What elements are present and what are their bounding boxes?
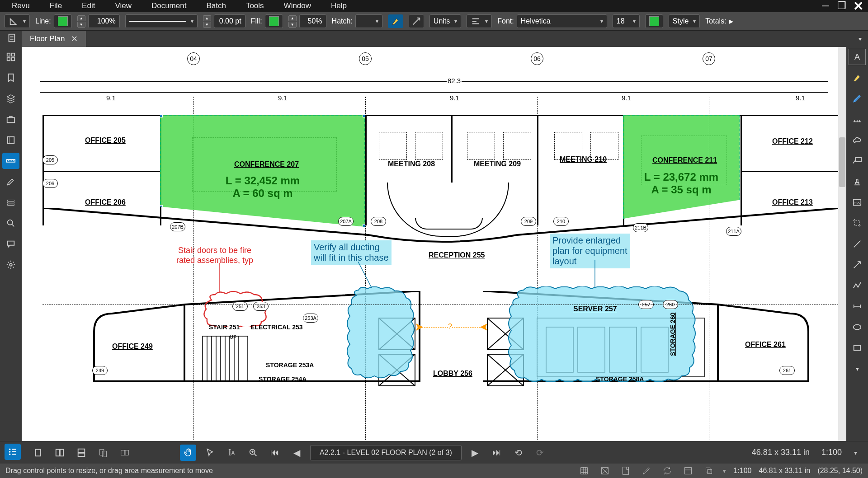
opacity-value[interactable]: 50% (299, 14, 326, 28)
alignment-drop[interactable]: ▾ (467, 14, 492, 28)
panel-settings[interactable] (2, 257, 19, 273)
line-style-drop[interactable]: ▾ (125, 14, 198, 28)
cloud-markup-ducting[interactable] (347, 286, 429, 381)
nav-next-view[interactable]: ⟳ (532, 445, 548, 461)
callout-ducting[interactable]: Verify all ducting will fit in this chas… (311, 240, 392, 265)
window-close-button[interactable]: ✕ (850, 0, 866, 12)
font-size-drop[interactable]: 18▾ (613, 14, 640, 28)
close-tab-button[interactable]: ✕ (71, 34, 78, 44)
menu-view[interactable]: View (105, 0, 142, 11)
thumbnails-toggle[interactable] (5, 31, 19, 45)
panel-thumbnails[interactable] (2, 49, 19, 65)
tool-ellipse[interactable] (849, 319, 866, 335)
menu-bar: Revu File Edit View Document Batch Tools… (0, 0, 868, 12)
status-content-snap[interactable] (619, 465, 632, 477)
tool-highlighter[interactable] (849, 70, 866, 86)
callout-server[interactable]: Provide enlarged plan for equipment layo… (550, 234, 630, 268)
markup-list-toggle[interactable] (5, 444, 21, 460)
furniture (415, 132, 443, 160)
tool-crop[interactable] (849, 215, 866, 231)
view-compare[interactable] (95, 445, 111, 461)
status-sync[interactable] (660, 465, 674, 477)
nav-first[interactable]: ⏮ (267, 445, 283, 461)
svg-line-40 (358, 262, 372, 288)
panel-signatures[interactable] (2, 173, 19, 190)
view-split-v[interactable] (52, 445, 68, 461)
document-tab[interactable]: Floor Plan ✕ (22, 31, 86, 47)
line-color-picker[interactable] (54, 14, 72, 28)
measure-area: A = 35 sq m (624, 183, 739, 196)
view-single[interactable] (30, 445, 46, 461)
units-drop[interactable]: Units▾ (429, 14, 461, 28)
page-indicator[interactable]: A2.2.1 - LEVEL 02 FLOOR PLAN (2 of 3) (310, 445, 462, 460)
panel-toggle-chevron[interactable]: ▾ (852, 31, 868, 47)
window-minimize-button[interactable]: ─ (817, 0, 834, 12)
nav-prev-view[interactable]: ⟲ (510, 445, 527, 461)
tool-rect[interactable] (849, 340, 866, 356)
menu-file[interactable]: File (40, 0, 72, 11)
opacity-stepper[interactable]: ▲▼ (288, 15, 297, 28)
lineweight-value[interactable]: 0.00 pt (214, 14, 245, 28)
tool-pan[interactable] (180, 445, 196, 461)
tool-pen[interactable] (849, 90, 866, 107)
tool-text-select[interactable]: IA (223, 445, 240, 461)
tool-select[interactable] (202, 445, 218, 461)
tool-text[interactable]: A (849, 49, 866, 65)
tool-more[interactable]: ▾ (849, 361, 866, 377)
nav-last[interactable]: ⏭ (489, 445, 505, 461)
totals-more-icon[interactable]: ▸ (729, 16, 733, 26)
tool-callout[interactable] (849, 153, 866, 169)
panel-sets[interactable] (2, 194, 19, 211)
status-scale[interactable]: 1:100 (733, 467, 751, 475)
menu-tools[interactable]: Tools (236, 0, 274, 11)
menu-window[interactable]: Window (274, 0, 321, 11)
tool-polyline[interactable] (849, 277, 866, 294)
status-stack[interactable] (702, 465, 716, 477)
font-color-picker[interactable] (645, 14, 663, 28)
menu-document[interactable]: Document (142, 0, 196, 11)
tool-line-measure[interactable] (849, 111, 866, 127)
menu-help[interactable]: Help (321, 0, 357, 11)
font-name-drop[interactable]: Helvetica▾ (517, 14, 607, 28)
panel-bookmarks[interactable] (2, 70, 19, 86)
tool-cloud[interactable] (849, 132, 866, 148)
panel-search[interactable] (2, 215, 19, 231)
tool-shape-drop[interactable]: ▾ (5, 14, 30, 28)
tool-dimension[interactable] (849, 298, 866, 314)
status-dim[interactable] (681, 465, 695, 477)
vertical-scrollbar[interactable] (838, 47, 846, 441)
tool-arrow[interactable] (849, 257, 866, 273)
zoom-value[interactable]: 100% (88, 14, 120, 28)
panel-properties[interactable] (2, 132, 19, 148)
panel-toolchest[interactable] (2, 111, 19, 127)
tool-image[interactable] (849, 194, 866, 211)
hatch-drop[interactable]: ▾ (355, 14, 382, 28)
split-h-icon (76, 448, 86, 458)
panel-measurements[interactable] (2, 153, 19, 169)
zoom-stepper[interactable]: ▲▼ (77, 15, 85, 28)
nav-prev[interactable]: ◀ (288, 445, 305, 461)
tool-line[interactable] (849, 236, 866, 252)
highlight-toggle[interactable] (388, 14, 403, 28)
lineweight-stepper[interactable]: ▲▼ (203, 15, 211, 28)
line-endings-toggle[interactable] (409, 14, 424, 28)
style-drop[interactable]: Style▾ (669, 14, 700, 28)
status-snap[interactable] (598, 465, 612, 477)
view-split-h[interactable] (73, 445, 90, 461)
callout-stair[interactable]: Stair doors to be fire rated assemblies,… (176, 246, 253, 265)
window-restore-button[interactable]: ❐ (834, 0, 850, 12)
nav-next[interactable]: ▶ (467, 445, 483, 461)
tool-stamp[interactable] (849, 173, 866, 190)
status-grid[interactable] (577, 465, 591, 477)
menu-revu[interactable]: Revu (2, 0, 40, 11)
panel-studio[interactable] (2, 236, 19, 252)
tool-zoom[interactable] (245, 445, 261, 461)
fill-color-picker[interactable] (265, 14, 283, 28)
status-reuse[interactable] (640, 465, 653, 477)
panel-toggle-right[interactable]: ▾ (847, 445, 863, 461)
menu-edit[interactable]: Edit (72, 0, 105, 11)
view-overlay[interactable] (117, 445, 133, 461)
menu-batch[interactable]: Batch (196, 0, 236, 11)
panel-layers[interactable] (2, 90, 19, 107)
drawing-canvas[interactable]: 82.3 9.1 9.1 9.1 9.1 9.1 04 05 06 07 (22, 47, 846, 441)
